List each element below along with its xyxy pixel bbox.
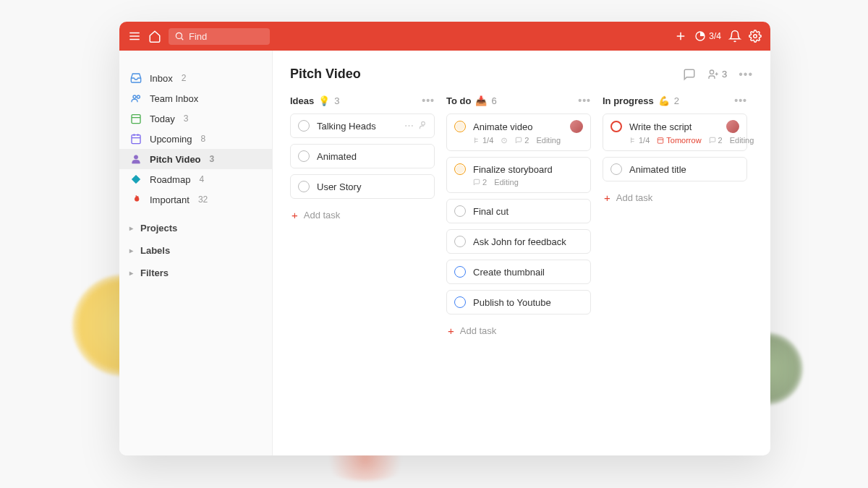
column-more-icon[interactable]: •••: [734, 95, 747, 106]
avatar[interactable]: [570, 120, 583, 133]
comments-icon[interactable]: [683, 68, 696, 81]
column-title: To do: [446, 95, 471, 106]
card-meta: 2Editing: [454, 178, 583, 187]
share-count-text: 3: [722, 69, 727, 80]
productivity-text: 3/4: [709, 31, 721, 41]
sidebar-item-label: Roadmap: [150, 174, 190, 185]
subtasks-icon: 1/4: [473, 136, 493, 145]
complete-checkbox[interactable]: [298, 120, 310, 132]
chevron-right-icon: ▸: [129, 269, 133, 277]
card-hover-actions[interactable]: ⋯: [404, 120, 428, 131]
card-meta: 1/42Editing: [454, 136, 583, 145]
search-input[interactable]: [189, 31, 264, 42]
page-title: Pitch Video: [290, 67, 361, 82]
sidebar-item-important[interactable]: Important 32: [119, 189, 272, 210]
home-icon[interactable]: [148, 30, 161, 43]
sidebar-item-pitch-video[interactable]: Pitch Video 3: [119, 149, 272, 169]
add-task-button[interactable]: + Add task: [290, 205, 435, 226]
calendar-icon: [129, 112, 142, 125]
task-card[interactable]: Animated title: [603, 157, 747, 181]
menu-icon[interactable]: [128, 30, 141, 43]
task-card[interactable]: Create thumbnail: [446, 260, 591, 284]
task-card[interactable]: Final cut: [446, 199, 591, 223]
bell-icon[interactable]: [728, 30, 741, 43]
board-column: To do 📥 6 ••• Animate video 1/42Editing …: [446, 95, 591, 341]
avatar[interactable]: [726, 120, 739, 133]
plus-icon: +: [448, 325, 454, 337]
team-icon: [129, 92, 142, 105]
svg-point-8: [754, 35, 757, 38]
subtasks-icon: 1/4: [629, 136, 650, 145]
add-icon[interactable]: [674, 30, 687, 43]
assign-icon[interactable]: [418, 120, 428, 131]
card-title: Create thumbnail: [473, 267, 583, 278]
sidebar-item-label: Today: [150, 114, 175, 124]
add-task-button[interactable]: + Add task: [603, 187, 747, 208]
board: Ideas 💡 3 ••• Talking Heads ⋯ Animated U…: [290, 95, 753, 341]
card-title: Animated title: [629, 164, 739, 175]
comments-count: 2: [473, 178, 487, 187]
complete-checkbox[interactable]: [610, 121, 622, 132]
chevron-right-icon: ▸: [129, 224, 133, 232]
sidebar-item-upcoming[interactable]: Upcoming 8: [119, 129, 272, 149]
svg-point-3: [176, 33, 182, 38]
complete-checkbox[interactable]: [454, 266, 466, 278]
complete-checkbox[interactable]: [454, 163, 466, 175]
productivity-pill[interactable]: 3/4: [694, 30, 721, 42]
task-card[interactable]: Finalize storyboard 2Editing: [446, 157, 591, 193]
sidebar-item-label: Upcoming: [150, 134, 192, 145]
sidebar-section-projects[interactable]: ▸Projects: [119, 217, 272, 239]
svg-line-4: [182, 38, 184, 40]
task-card[interactable]: Publish to Youtube: [446, 290, 591, 314]
svg-point-10: [137, 95, 140, 98]
complete-checkbox[interactable]: [298, 150, 310, 162]
svg-rect-23: [658, 138, 664, 144]
task-card[interactable]: Ask John for feedback: [446, 229, 591, 254]
complete-checkbox[interactable]: [454, 205, 466, 217]
column-more-icon[interactable]: •••: [422, 95, 435, 106]
sidebar-item-count: 2: [182, 73, 187, 83]
column-title: Ideas: [290, 95, 314, 106]
column-emoji-icon: 💡: [318, 95, 330, 106]
task-card[interactable]: Animated: [290, 144, 435, 168]
sidebar-item-label: Inbox: [150, 73, 173, 84]
column-count: 3: [334, 95, 339, 106]
sidebar-section-labels[interactable]: ▸Labels: [119, 239, 272, 262]
gear-icon[interactable]: [749, 30, 762, 43]
complete-checkbox[interactable]: [298, 181, 310, 192]
more-icon[interactable]: ⋯: [404, 120, 414, 131]
sidebar-item-team-inbox[interactable]: Team Inbox: [119, 88, 272, 108]
upcoming-icon: [129, 132, 142, 145]
complete-checkbox[interactable]: [610, 163, 622, 175]
column-title: In progress: [603, 95, 654, 106]
sidebar-item-today[interactable]: Today 3: [119, 108, 272, 129]
column-emoji-icon: 💪: [658, 95, 670, 106]
complete-checkbox[interactable]: [454, 121, 466, 132]
sidebar-section-filters[interactable]: ▸Filters: [119, 262, 272, 284]
sidebar-item-label: Team Inbox: [150, 93, 198, 104]
add-task-label: Add task: [460, 325, 497, 336]
add-task-button[interactable]: + Add task: [446, 320, 591, 341]
task-card[interactable]: Animate video 1/42Editing: [446, 114, 591, 151]
task-card[interactable]: Write the script 1/4Tomorrow2Editing: [603, 114, 747, 151]
card-title: Animated: [317, 151, 427, 162]
column-header: Ideas 💡 3 •••: [290, 95, 435, 106]
task-card[interactable]: Talking Heads ⋯: [290, 114, 435, 138]
add-task-label: Add task: [304, 210, 341, 221]
more-icon[interactable]: •••: [739, 68, 753, 81]
column-header: To do 📥 6 •••: [446, 95, 591, 106]
svg-rect-13: [132, 135, 140, 144]
complete-checkbox[interactable]: [454, 296, 466, 308]
search-box[interactable]: [169, 28, 270, 45]
complete-checkbox[interactable]: [454, 236, 466, 247]
task-card[interactable]: User Story: [290, 174, 435, 199]
share-button[interactable]: 3: [707, 69, 727, 80]
column-emoji-icon: 📥: [475, 95, 487, 106]
inbox-icon: [129, 72, 142, 85]
sidebar-item-inbox[interactable]: Inbox 2: [119, 68, 272, 88]
card-title: Animate video: [473, 121, 563, 132]
comments-count: 2: [709, 136, 723, 145]
column-more-icon[interactable]: •••: [578, 95, 591, 106]
sidebar-item-roadmap[interactable]: Roadmap 4: [119, 169, 272, 189]
card-title: Final cut: [473, 206, 583, 217]
